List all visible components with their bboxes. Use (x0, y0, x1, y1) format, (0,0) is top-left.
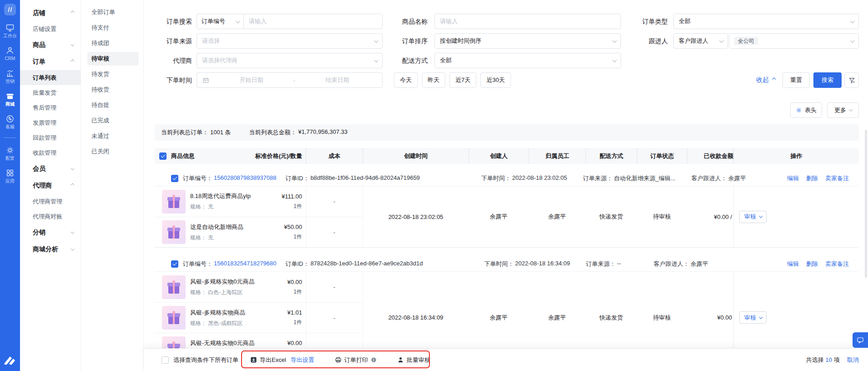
quick-range-today-button[interactable]: 今天 (394, 72, 418, 88)
table-columns-button[interactable]: 表头 (790, 102, 822, 118)
edit-link[interactable]: 编辑 (787, 260, 799, 268)
sidebar-item-agent-recon[interactable]: 代理商对账 (20, 209, 81, 224)
placeholder-text: 请选择 (202, 37, 220, 45)
reset-button[interactable]: 重置 (782, 72, 810, 88)
rail-item-service[interactable]: 客服 (5, 114, 15, 129)
product-name-input[interactable]: 请输入 (434, 14, 621, 29)
export-excel-button[interactable]: 导出Excel 导出设置 (250, 356, 314, 364)
field-label: 下单时间： (484, 260, 514, 268)
order-search-input[interactable]: 请输入 (244, 17, 382, 25)
product-price: ¥0.00 (287, 340, 302, 346)
sidebar-item-shop-settings[interactable]: 店铺设置 (20, 21, 81, 36)
status-tab-completed[interactable]: 已完成 (87, 114, 139, 127)
more-actions-button[interactable]: 更多 (827, 102, 859, 118)
order-search-field: 订单编号 请输入 (197, 14, 383, 29)
status-tab-rejected[interactable]: 未通过 (87, 129, 139, 143)
status-tab-label: 待发货 (91, 70, 109, 78)
delete-link[interactable]: 删除 (806, 260, 818, 268)
sidebar-item-refund[interactable]: 回款管理 (20, 130, 81, 145)
cost-cell: - (306, 217, 363, 247)
order-sort-select[interactable]: 按创建时间倒序 (434, 33, 621, 49)
order-number-link[interactable]: 1560280879838937088 (214, 174, 276, 183)
status-tab-all[interactable]: 全部订单 (87, 5, 139, 19)
order-group: 订单编号：1560183254718279680 订单ID：8782428b-1… (155, 256, 859, 364)
sidebar-group-members[interactable]: 会员 (20, 160, 81, 177)
quick-range-30days-button[interactable]: 近30天 (480, 72, 510, 88)
status-tab-pickup[interactable]: 待自提 (87, 98, 139, 112)
sidebar-item-order-list[interactable]: 订单列表 (20, 70, 81, 85)
sidebar-item-collection[interactable]: 收款管理 (20, 145, 81, 160)
select-all-query-checkbox[interactable] (161, 356, 169, 364)
app-logo[interactable] (4, 4, 16, 15)
chevron-down-icon (71, 247, 74, 250)
follower-scope-select[interactable]: 全公司 (729, 33, 859, 49)
search-button[interactable]: 搜索 (813, 72, 842, 88)
order-type-select[interactable]: 全部 (673, 14, 859, 29)
placeholder-text: 请输入 (249, 18, 267, 25)
rail-item-mall[interactable]: 商城 (5, 91, 15, 107)
export-settings-link[interactable]: 导出设置 (291, 356, 314, 364)
field-value: 自动化新增来源_编辑... (614, 174, 676, 183)
sidebar-group-distribution[interactable]: 分销 (20, 224, 81, 241)
order-time-range-picker[interactable]: 开始日期 - 结束日期 (197, 72, 383, 88)
order-checkbox[interactable] (171, 175, 178, 182)
collapse-filters-link[interactable]: 收起 (756, 72, 775, 88)
sidebar-item-batch-ship[interactable]: 批量发货 (20, 85, 81, 100)
sidebar-group-mall-analysis[interactable]: 商城分析 (20, 241, 81, 258)
group-label: 订单 (33, 58, 45, 66)
quick-range-yesterday-button[interactable]: 昨天 (422, 72, 445, 88)
status-tab-label: 已关闭 (91, 147, 109, 156)
select-all-checkbox[interactable] (159, 152, 167, 160)
export-excel-icon (250, 356, 257, 363)
rail-item-marketing[interactable]: 营销 (5, 69, 15, 84)
seller-remark-link[interactable]: 卖家备注 (825, 260, 849, 268)
audit-dropdown-button[interactable]: 审核 (739, 311, 767, 324)
product-name: 风银-无规格实物0元商品 (190, 339, 255, 347)
status-tab-unpaid[interactable]: 待支付 (87, 21, 139, 35)
rail-item-settings[interactable]: 配置 (5, 146, 15, 161)
sidebar-group-agents[interactable]: 代理商 (20, 177, 81, 194)
delete-link[interactable]: 删除 (806, 174, 818, 183)
status-tab-closed[interactable]: 已关闭 (87, 145, 139, 158)
status-tab-to-ship[interactable]: 待发货 (87, 67, 139, 81)
sidebar-item-aftersale[interactable]: 售后管理 (20, 100, 81, 115)
chevron-down-icon (719, 38, 724, 43)
rail-item-workbench[interactable]: 工作台 (3, 23, 17, 38)
sidebar-item-invoice[interactable]: 发票管理 (20, 115, 81, 130)
field-value: -- (617, 260, 621, 268)
sidebar-group-goods[interactable]: 商品 (20, 36, 81, 53)
item-label: 代理商管理 (33, 198, 62, 206)
sidebar-group-orders[interactable]: 订单 (20, 53, 81, 70)
order-id: 订单ID：8782428b-1ed0-11ed-86e7-ae9ce2ab3d1… (285, 260, 423, 268)
rail-item-crm[interactable]: CRM (5, 46, 15, 61)
rail-item-apps[interactable]: 应用 (5, 168, 15, 183)
cancel-selection-link[interactable]: 取消 (847, 356, 859, 364)
follower-type-select[interactable]: 客户跟进人 (673, 33, 728, 49)
audit-dropdown-button[interactable]: 审核 (739, 211, 767, 223)
order-print-button[interactable]: 订单打印 (335, 356, 377, 364)
order-source: 订单来源：自动化新增来源_编辑... (583, 174, 676, 183)
order-search-type-select[interactable]: 订单编号 (197, 14, 244, 29)
selection-summary: 共选择 10 项 取消 (806, 356, 868, 364)
sidebar-group-shop[interactable]: 店铺 (20, 5, 81, 21)
edit-link[interactable]: 编辑 (787, 174, 799, 183)
group-label: 商品 (33, 41, 45, 49)
field-label: 订单来源： (586, 260, 616, 268)
filter-funnel-button[interactable] (844, 72, 859, 88)
feedback-float-button[interactable] (853, 332, 868, 348)
chevron-down-icon (374, 38, 378, 43)
quick-range-7days-button[interactable]: 近7天 (449, 72, 476, 88)
status-tab-grouping[interactable]: 待成团 (87, 36, 139, 50)
order-number-link[interactable]: 1560183254718279680 (214, 260, 276, 268)
order-source-select[interactable]: 请选择 (197, 33, 383, 49)
order-time: 下单时间：2022-08-18 23:02:05 (481, 174, 567, 183)
batch-audit-button[interactable]: 批量审核 (397, 356, 430, 364)
status-tab-to-receive[interactable]: 待收货 (87, 83, 139, 97)
vertical-scrollbar[interactable] (865, 130, 867, 278)
sidebar-item-agent-manage[interactable]: 代理商管理 (20, 194, 81, 209)
agent-select[interactable]: 请选择代理商 (197, 53, 383, 68)
delivery-mode-select[interactable]: 全部 (434, 53, 621, 68)
seller-remark-link[interactable]: 卖家备注 (825, 174, 849, 183)
order-checkbox[interactable] (171, 260, 178, 268)
status-tab-pending-audit[interactable]: 待审核 (87, 52, 139, 66)
